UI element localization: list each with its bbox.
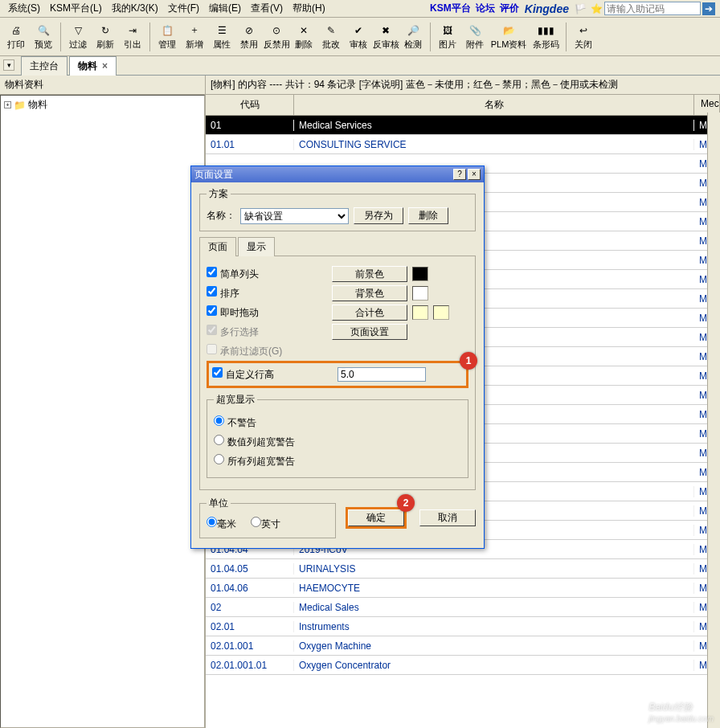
menu-ksm[interactable]: KSM平台(L) — [45, 0, 107, 17]
tb-filter[interactable]: ▽过滤 — [65, 19, 91, 55]
table-row[interactable]: 02.01InstrumentsMec — [206, 617, 720, 636]
tb-close[interactable]: ↩关闭 — [571, 19, 596, 55]
tab-console[interactable]: 主控台 — [21, 56, 68, 76]
cell-code: 01.01 — [206, 139, 294, 150]
fg-color-button[interactable]: 前景色 — [332, 266, 407, 282]
delete-scheme-button[interactable]: 删除 — [408, 207, 448, 224]
grid-header: 代码 名称 Mec — [206, 95, 720, 116]
tab-page[interactable]: 页面 — [199, 237, 236, 256]
tb-audit[interactable]: ✔审核 — [346, 19, 371, 55]
tb-print[interactable]: 🖨打印 — [3, 19, 29, 55]
tb-preview[interactable]: 🔍预览 — [31, 19, 56, 55]
tb-check[interactable]: 🔎检测 — [400, 19, 426, 55]
no-warn-radio[interactable]: 不警告 — [214, 415, 256, 430]
sum-swatch2 — [433, 305, 449, 320]
unit-mm-radio[interactable]: 毫米 — [207, 517, 236, 531]
cell-name: Instruments — [294, 621, 694, 632]
tab-display[interactable]: 显示 — [238, 237, 275, 256]
preview-icon: 🔍 — [36, 23, 51, 38]
tb-attach[interactable]: 📎附件 — [462, 19, 488, 55]
page-setup-button[interactable]: 页面设置 — [332, 324, 407, 340]
tb-batch[interactable]: ✎批改 — [318, 19, 344, 55]
collapse-button[interactable]: ▾ — [3, 59, 14, 71]
badge-2: 2 — [397, 494, 415, 512]
table-row[interactable]: 01.04.05URINALYSISMec — [206, 559, 720, 579]
tree-root[interactable]: + 📁 物料 — [2, 97, 202, 112]
scheme-select[interactable]: 缺省设置 — [240, 208, 349, 224]
num-warn-radio[interactable]: 数值列超宽警告 — [214, 435, 295, 449]
tb-enable[interactable]: ⊙反禁用 — [264, 19, 289, 55]
unit-inch-radio[interactable]: 英寸 — [251, 517, 280, 531]
row-height-check[interactable]: 自定义行高 — [212, 369, 274, 380]
cell-code: 02.01.001.01 — [206, 660, 294, 671]
menu-system[interactable]: 系统(S) — [3, 0, 45, 17]
tb-delete[interactable]: ✕删除 — [291, 19, 317, 55]
tb-unaudit[interactable]: ✖反审核 — [373, 19, 399, 55]
table-row[interactable]: 02.01.001.01Oxygen ConcentratorMec — [206, 656, 720, 675]
cell-code: 01.04.05 — [206, 563, 294, 575]
tb-barcode[interactable]: ▮▮▮条形码 — [530, 19, 562, 55]
tb-plm[interactable]: 📂PLM资料 — [489, 19, 528, 55]
menu-edit[interactable]: 编辑(E) — [204, 0, 246, 17]
tb-new[interactable]: ＋新增 — [182, 19, 207, 55]
save-as-button[interactable]: 另存为 — [354, 207, 403, 224]
close-button[interactable]: × — [468, 169, 481, 180]
drag-check[interactable]: 即时拖动 — [207, 307, 259, 318]
tb-export[interactable]: ⇥引出 — [120, 19, 145, 55]
table-row[interactable]: 01.01CONSULTING SERVICEMec — [206, 135, 720, 154]
page-panel: 简单列头 前景色 排序 背景色 即时拖动 合计色 多行选择 页面设置 承前过滤页… — [199, 256, 476, 490]
cell-code: 01 — [206, 120, 294, 131]
dialog-titlebar[interactable]: 页面设置 ? × — [191, 166, 484, 182]
menu-view[interactable]: 查看(V) — [246, 0, 288, 17]
tab-close-icon[interactable]: × — [102, 60, 108, 72]
simple-header-check[interactable]: 简单列头 — [207, 268, 259, 280]
multi-select-check: 多行选择 — [207, 326, 259, 337]
search-input[interactable] — [604, 2, 701, 15]
tb-refresh[interactable]: ↻刷新 — [92, 19, 118, 55]
vertical-scrollbar[interactable] — [707, 112, 720, 728]
disable-icon: ⊘ — [242, 23, 256, 38]
filter-icon: ▽ — [71, 23, 85, 38]
table-row[interactable]: 02Medical SalesMec — [206, 598, 720, 617]
table-row[interactable]: 01.04.06HAEMOCYTEMec — [206, 579, 720, 598]
cell-name: Medical Services — [294, 120, 694, 131]
tb-props[interactable]: ☰属性 — [209, 19, 235, 55]
row-height-input[interactable] — [338, 367, 426, 382]
cell-name: Oxygen Machine — [294, 640, 694, 652]
col-name[interactable]: 名称 — [294, 95, 694, 115]
sum-color-button[interactable]: 合计色 — [332, 305, 407, 321]
menu-help[interactable]: 帮助(H) — [288, 0, 330, 17]
props-icon: ☰ — [215, 23, 229, 38]
ok-button[interactable]: 确定 — [348, 509, 404, 526]
brand-link-ksm[interactable]: KSM平台 — [428, 2, 473, 15]
sort-check[interactable]: 排序 — [207, 288, 239, 299]
expand-icon[interactable]: + — [4, 101, 11, 108]
tb-disable[interactable]: ⊘禁用 — [236, 19, 262, 55]
row-height-highlight: 1 自定义行高 — [207, 361, 468, 388]
help-button[interactable]: ? — [453, 169, 466, 180]
go-icon[interactable]: ➔ — [702, 2, 715, 15]
cell-name: CONSULTING SERVICE — [294, 139, 694, 150]
table-row[interactable]: 01Medical ServicesMec — [206, 116, 720, 135]
tb-manage[interactable]: 📋管理 — [154, 19, 180, 55]
tb-image[interactable]: 🖼图片 — [435, 19, 460, 55]
tab-material[interactable]: 物料× — [69, 56, 117, 76]
cell-name: URINALYSIS — [294, 563, 694, 575]
export-icon: ⇥ — [125, 23, 140, 38]
tree-root-label: 物料 — [28, 98, 47, 112]
brand-link-review[interactable]: 评价 — [497, 2, 522, 15]
col-code[interactable]: 代码 — [206, 95, 294, 115]
menubar: 系统(S) KSM平台(L) 我的K/3(K) 文件(F) 编辑(E) 查看(V… — [0, 0, 720, 18]
cancel-button[interactable]: 取消 — [419, 509, 476, 526]
unit-group: 单位 毫米 英寸 — [199, 497, 336, 538]
all-warn-radio[interactable]: 所有列超宽警告 — [214, 454, 295, 468]
menu-myk3[interactable]: 我的K/3(K) — [107, 0, 163, 17]
scheme-group-label: 方案 — [207, 187, 231, 201]
tree-body[interactable]: + 📁 物料 — [0, 95, 205, 728]
bg-color-button[interactable]: 背景色 — [332, 285, 407, 301]
overwidth-label: 超宽显示 — [214, 393, 257, 407]
barcode-icon: ▮▮▮ — [538, 23, 553, 38]
brand-link-forum[interactable]: 论坛 — [473, 2, 497, 15]
menu-file[interactable]: 文件(F) — [163, 0, 204, 17]
table-row[interactable]: 02.01.001Oxygen MachineMec — [206, 636, 720, 656]
